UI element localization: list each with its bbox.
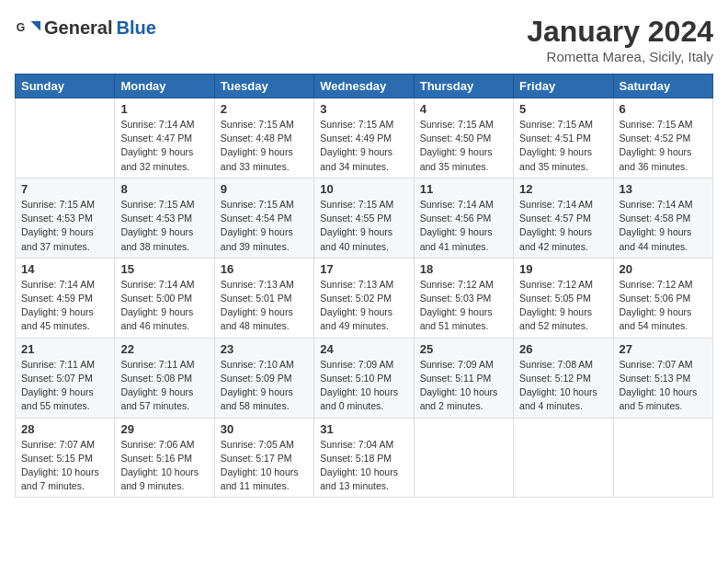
calendar-week-row: 14Sunrise: 7:14 AMSunset: 4:59 PMDayligh… — [16, 258, 713, 338]
day-number: 29 — [120, 422, 208, 436]
day-number: 17 — [320, 262, 407, 276]
day-info: Sunrise: 7:15 AMSunset: 4:54 PMDaylight:… — [221, 198, 308, 254]
day-number: 3 — [320, 102, 407, 116]
day-info: Sunrise: 7:05 AMSunset: 5:17 PMDaylight:… — [221, 438, 308, 494]
calendar-cell — [613, 418, 712, 498]
calendar-cell — [16, 98, 115, 178]
day-number: 11 — [420, 182, 507, 196]
calendar-cell: 16Sunrise: 7:13 AMSunset: 5:01 PMDayligh… — [214, 258, 313, 338]
location-subtitle: Rometta Marea, Sicily, Italy — [527, 49, 713, 64]
col-header-thursday: Thursday — [414, 75, 513, 98]
calendar-cell: 9Sunrise: 7:15 AMSunset: 4:54 PMDaylight… — [214, 178, 313, 258]
svg-text:G: G — [17, 21, 26, 34]
day-number: 2 — [221, 102, 308, 116]
day-number: 9 — [221, 182, 308, 196]
day-info: Sunrise: 7:09 AMSunset: 5:10 PMDaylight:… — [320, 358, 407, 414]
page-header: G General Blue January 2024 Rometta Mare… — [15, 15, 713, 64]
day-number: 10 — [320, 182, 407, 196]
calendar-cell: 12Sunrise: 7:14 AMSunset: 4:57 PMDayligh… — [514, 178, 613, 258]
day-info: Sunrise: 7:15 AMSunset: 4:52 PMDaylight:… — [620, 118, 707, 174]
calendar-cell: 24Sunrise: 7:09 AMSunset: 5:10 PMDayligh… — [314, 338, 414, 418]
day-number: 4 — [420, 102, 507, 116]
day-info: Sunrise: 7:14 AMSunset: 4:59 PMDaylight:… — [21, 278, 108, 334]
calendar-week-row: 7Sunrise: 7:15 AMSunset: 4:53 PMDaylight… — [16, 178, 713, 258]
day-info: Sunrise: 7:12 AMSunset: 5:05 PMDaylight:… — [519, 278, 607, 334]
calendar-cell: 11Sunrise: 7:14 AMSunset: 4:56 PMDayligh… — [414, 178, 513, 258]
logo-general: General — [44, 17, 112, 39]
calendar-cell: 4Sunrise: 7:15 AMSunset: 4:50 PMDaylight… — [414, 98, 513, 178]
day-number: 18 — [420, 262, 507, 276]
calendar-cell: 29Sunrise: 7:06 AMSunset: 5:16 PMDayligh… — [115, 418, 214, 498]
calendar-cell: 5Sunrise: 7:15 AMSunset: 4:51 PMDaylight… — [514, 98, 613, 178]
day-number: 26 — [519, 342, 607, 356]
day-number: 16 — [221, 262, 308, 276]
title-block: January 2024 Rometta Marea, Sicily, Ital… — [527, 15, 713, 64]
calendar-cell: 22Sunrise: 7:11 AMSunset: 5:08 PMDayligh… — [115, 338, 214, 418]
day-info: Sunrise: 7:13 AMSunset: 5:01 PMDaylight:… — [221, 278, 308, 334]
col-header-tuesday: Tuesday — [214, 75, 313, 98]
calendar-cell: 1Sunrise: 7:14 AMSunset: 4:47 PMDaylight… — [115, 98, 214, 178]
day-number: 30 — [221, 422, 308, 436]
day-number: 27 — [620, 342, 707, 356]
day-number: 5 — [519, 102, 607, 116]
day-info: Sunrise: 7:15 AMSunset: 4:48 PMDaylight:… — [221, 118, 308, 174]
col-header-monday: Monday — [115, 75, 214, 98]
day-info: Sunrise: 7:07 AMSunset: 5:13 PMDaylight:… — [620, 358, 707, 414]
day-info: Sunrise: 7:15 AMSunset: 4:53 PMDaylight:… — [120, 198, 208, 254]
day-info: Sunrise: 7:11 AMSunset: 5:08 PMDaylight:… — [120, 358, 208, 414]
calendar-cell: 21Sunrise: 7:11 AMSunset: 5:07 PMDayligh… — [16, 338, 115, 418]
day-info: Sunrise: 7:07 AMSunset: 5:15 PMDaylight:… — [21, 438, 108, 494]
day-info: Sunrise: 7:13 AMSunset: 5:02 PMDaylight:… — [320, 278, 407, 334]
day-number: 7 — [21, 182, 108, 196]
day-info: Sunrise: 7:14 AMSunset: 5:00 PMDaylight:… — [120, 278, 208, 334]
day-info: Sunrise: 7:11 AMSunset: 5:07 PMDaylight:… — [21, 358, 108, 414]
day-info: Sunrise: 7:14 AMSunset: 4:47 PMDaylight:… — [120, 118, 208, 174]
calendar-cell: 15Sunrise: 7:14 AMSunset: 5:00 PMDayligh… — [115, 258, 214, 338]
col-header-saturday: Saturday — [613, 75, 712, 98]
day-number: 21 — [21, 342, 108, 356]
day-number: 24 — [320, 342, 407, 356]
day-info: Sunrise: 7:15 AMSunset: 4:49 PMDaylight:… — [320, 118, 407, 174]
calendar-cell: 3Sunrise: 7:15 AMSunset: 4:49 PMDaylight… — [314, 98, 414, 178]
svg-marker-1 — [31, 21, 41, 31]
calendar-cell: 7Sunrise: 7:15 AMSunset: 4:53 PMDaylight… — [16, 178, 115, 258]
col-header-sunday: Sunday — [16, 75, 115, 98]
day-info: Sunrise: 7:15 AMSunset: 4:50 PMDaylight:… — [420, 118, 507, 174]
calendar-cell: 23Sunrise: 7:10 AMSunset: 5:09 PMDayligh… — [214, 338, 313, 418]
day-info: Sunrise: 7:10 AMSunset: 5:09 PMDaylight:… — [221, 358, 308, 414]
calendar-cell: 6Sunrise: 7:15 AMSunset: 4:52 PMDaylight… — [613, 98, 712, 178]
calendar-cell: 27Sunrise: 7:07 AMSunset: 5:13 PMDayligh… — [613, 338, 712, 418]
calendar-cell: 2Sunrise: 7:15 AMSunset: 4:48 PMDaylight… — [214, 98, 313, 178]
day-info: Sunrise: 7:15 AMSunset: 4:53 PMDaylight:… — [21, 198, 108, 254]
day-info: Sunrise: 7:06 AMSunset: 5:16 PMDaylight:… — [120, 438, 208, 494]
calendar-week-row: 21Sunrise: 7:11 AMSunset: 5:07 PMDayligh… — [16, 338, 713, 418]
calendar-cell: 18Sunrise: 7:12 AMSunset: 5:03 PMDayligh… — [414, 258, 513, 338]
day-info: Sunrise: 7:15 AMSunset: 4:51 PMDaylight:… — [519, 118, 607, 174]
day-number: 31 — [320, 422, 407, 436]
logo-blue: Blue — [116, 17, 155, 39]
calendar-table: SundayMondayTuesdayWednesdayThursdayFrid… — [15, 74, 713, 498]
day-number: 22 — [120, 342, 208, 356]
calendar-cell: 19Sunrise: 7:12 AMSunset: 5:05 PMDayligh… — [514, 258, 613, 338]
day-info: Sunrise: 7:12 AMSunset: 5:03 PMDaylight:… — [420, 278, 507, 334]
day-number: 13 — [620, 182, 707, 196]
calendar-cell: 13Sunrise: 7:14 AMSunset: 4:58 PMDayligh… — [613, 178, 712, 258]
day-number: 15 — [120, 262, 208, 276]
day-number: 28 — [21, 422, 108, 436]
day-number: 20 — [620, 262, 707, 276]
logo: G General Blue — [15, 15, 156, 40]
calendar-cell: 25Sunrise: 7:09 AMSunset: 5:11 PMDayligh… — [414, 338, 513, 418]
calendar-cell: 28Sunrise: 7:07 AMSunset: 5:15 PMDayligh… — [16, 418, 115, 498]
day-info: Sunrise: 7:09 AMSunset: 5:11 PMDaylight:… — [420, 358, 507, 414]
calendar-cell — [414, 418, 513, 498]
day-number: 6 — [620, 102, 707, 116]
calendar-cell: 20Sunrise: 7:12 AMSunset: 5:06 PMDayligh… — [613, 258, 712, 338]
day-number: 12 — [519, 182, 607, 196]
calendar-cell: 17Sunrise: 7:13 AMSunset: 5:02 PMDayligh… — [314, 258, 414, 338]
day-info: Sunrise: 7:08 AMSunset: 5:12 PMDaylight:… — [519, 358, 607, 414]
calendar-cell — [514, 418, 613, 498]
day-info: Sunrise: 7:14 AMSunset: 4:58 PMDaylight:… — [620, 198, 707, 254]
day-number: 25 — [420, 342, 507, 356]
calendar-cell: 31Sunrise: 7:04 AMSunset: 5:18 PMDayligh… — [314, 418, 414, 498]
calendar-header-row: SundayMondayTuesdayWednesdayThursdayFrid… — [16, 75, 713, 98]
